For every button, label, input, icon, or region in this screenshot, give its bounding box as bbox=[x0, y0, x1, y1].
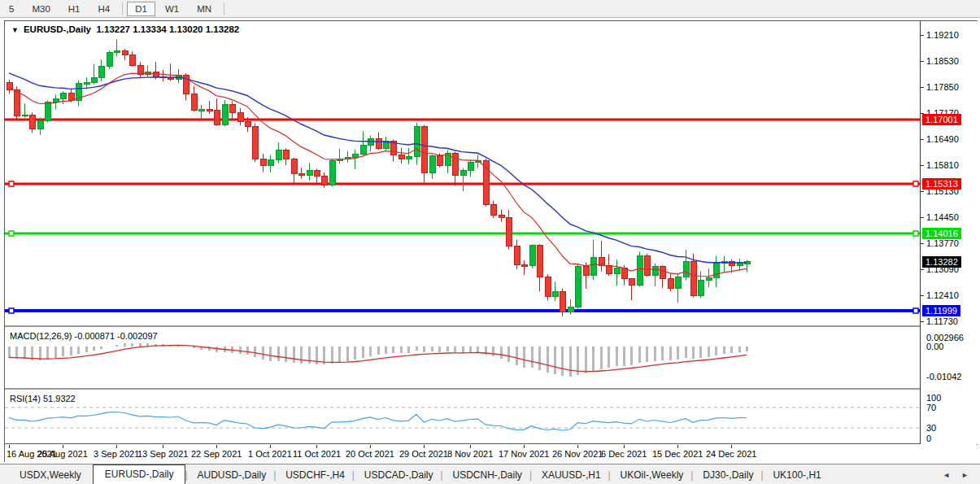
chart-title: ▼EURUSD-,Daily 1.13227 1.13334 1.13020 1… bbox=[11, 24, 239, 34]
rsi-value: 51.9322 bbox=[43, 394, 76, 403]
date-tick-mark bbox=[316, 445, 317, 448]
chart-dropdown-icon[interactable]: ▼ bbox=[11, 26, 19, 34]
candle bbox=[207, 110, 212, 111]
candle bbox=[129, 55, 135, 65]
macd-pane[interactable]: MACD(12,26,9) -0.000871 -0.002097 bbox=[5, 329, 920, 390]
timeframe-button-h4[interactable]: H4 bbox=[89, 2, 118, 16]
candle bbox=[114, 50, 120, 52]
time-axis[interactable]: 16 Aug 202125 Aug 20213 Sep 202113 Sep 2… bbox=[5, 445, 978, 463]
price-tick-label: 1.18530 bbox=[926, 56, 959, 66]
tabs-scroll-right-icon[interactable]: ► bbox=[961, 471, 969, 479]
candle bbox=[22, 115, 28, 116]
candle bbox=[514, 246, 520, 265]
price-tick-label: 1.15810 bbox=[926, 160, 959, 170]
candle bbox=[237, 113, 243, 122]
candle bbox=[14, 90, 20, 116]
candle bbox=[537, 246, 542, 277]
macd-values: -0.000871 -0.002097 bbox=[74, 331, 157, 341]
price-tick-label: 1.19210 bbox=[926, 30, 959, 40]
chart-tab-dj30-daily[interactable]: DJ30-,Daily bbox=[693, 467, 763, 484]
timeframe-button-w1[interactable]: W1 bbox=[157, 2, 187, 16]
price-tick-mark bbox=[921, 217, 924, 218]
date-label: 20 Oct 2021 bbox=[346, 449, 394, 459]
date-tick-mark bbox=[577, 445, 578, 448]
chart-tab-ukoil-weekly[interactable]: UKOil-,Weekly bbox=[611, 467, 694, 484]
timeframe-button-m30[interactable]: M30 bbox=[24, 2, 58, 16]
date-label: 29 Oct 2021 bbox=[399, 449, 448, 459]
date-label: 11 Oct 2021 bbox=[293, 449, 341, 459]
date-tick-mark bbox=[216, 445, 217, 448]
date-tick-mark bbox=[470, 445, 471, 448]
candle bbox=[560, 292, 565, 312]
tabs-scroll-left-icon[interactable]: ◄ bbox=[943, 471, 950, 479]
date-tick-mark bbox=[424, 445, 425, 448]
candle bbox=[268, 159, 273, 165]
price-flag-1.17001: 1.17001 bbox=[922, 114, 961, 125]
macd-axis-label: 0.00 bbox=[926, 342, 943, 351]
price-tick-label: 1.14450 bbox=[926, 212, 959, 222]
price-tick-label: 1.13770 bbox=[926, 238, 959, 248]
timeframe-button-h1[interactable]: H1 bbox=[60, 2, 89, 16]
candle bbox=[460, 171, 466, 176]
candle bbox=[60, 93, 66, 98]
candle bbox=[222, 104, 228, 124]
date-label: 17 Nov 2021 bbox=[499, 449, 549, 459]
rsi-chart bbox=[5, 391, 920, 443]
rsi-pane[interactable]: RSI(14) 51.9322 bbox=[5, 391, 920, 444]
price-axis[interactable]: 1.192101.185301.178501.171701.164901.158… bbox=[920, 21, 978, 444]
price-tick-mark bbox=[921, 165, 924, 166]
candle bbox=[314, 171, 320, 177]
candle bbox=[45, 102, 50, 121]
date-tick-mark bbox=[9, 445, 10, 448]
timeframe-button-5[interactable]: 5 bbox=[1, 2, 22, 16]
candle bbox=[214, 110, 220, 124]
chart-tab-xauusd-h1[interactable]: XAUUSD-,H1 bbox=[532, 467, 611, 484]
price-flag-1.11999: 1.11999 bbox=[922, 305, 960, 316]
candle bbox=[298, 174, 304, 176]
chart-tab-usdcad-daily[interactable]: USDCAD-,Daily bbox=[355, 467, 443, 484]
candle bbox=[668, 278, 673, 288]
chart-tab-eurusd-daily[interactable]: EURUSD-,Daily bbox=[93, 464, 186, 484]
candle bbox=[98, 67, 104, 78]
price-flag-1.14016: 1.14016 bbox=[922, 228, 961, 239]
timeframe-button-d1[interactable]: D1 bbox=[127, 2, 155, 16]
date-tick-mark bbox=[524, 445, 525, 448]
candle bbox=[252, 126, 258, 159]
candle bbox=[360, 146, 366, 155]
chart-tab-uk100-h1[interactable]: UK100-,H1 bbox=[763, 467, 830, 484]
candle bbox=[91, 78, 97, 83]
toolbar-separator bbox=[224, 2, 224, 15]
candle bbox=[406, 157, 412, 159]
date-label: 8 Nov 2021 bbox=[447, 449, 493, 459]
candle bbox=[690, 261, 696, 295]
price-tick-label: 1.12410 bbox=[926, 290, 959, 300]
candle bbox=[198, 110, 204, 111]
candle bbox=[122, 50, 128, 55]
candle bbox=[683, 261, 689, 277]
rsi-axis-label: 70 bbox=[926, 403, 936, 412]
chart-tab-usdx-weekly[interactable]: USDX,Weekly bbox=[10, 467, 91, 484]
price-tick-mark bbox=[921, 35, 924, 36]
chart-tab-usdchf-h4[interactable]: USDCHF-,H4 bbox=[276, 467, 355, 484]
candle bbox=[629, 279, 634, 286]
candlestick-chart[interactable] bbox=[5, 21, 920, 325]
timeframe-button-mn[interactable]: MN bbox=[189, 2, 220, 16]
main-chart-pane[interactable]: ▼EURUSD-,Daily 1.13227 1.13334 1.13020 1… bbox=[5, 21, 920, 327]
candle bbox=[675, 277, 681, 288]
candle bbox=[583, 266, 589, 275]
date-label: 24 Dec 2021 bbox=[706, 449, 756, 459]
price-flag-1.15313: 1.15313 bbox=[922, 178, 961, 190]
candle bbox=[499, 216, 504, 217]
candle bbox=[706, 277, 712, 280]
date-label: 25 Aug 2021 bbox=[37, 449, 88, 459]
date-tick-mark bbox=[677, 445, 678, 448]
date-tick-mark bbox=[63, 445, 63, 448]
chart-tab-audusd-daily[interactable]: AUDUSD-,Daily bbox=[187, 467, 276, 484]
date-tick-mark bbox=[370, 445, 371, 448]
chart-tab-usdcnh-daily[interactable]: USDCNH-,Daily bbox=[443, 467, 532, 484]
candle bbox=[429, 155, 435, 173]
candle bbox=[568, 307, 573, 312]
price-tick-mark bbox=[921, 269, 924, 270]
candle bbox=[107, 53, 112, 67]
current-price-flag: 1.13282 bbox=[922, 256, 961, 268]
